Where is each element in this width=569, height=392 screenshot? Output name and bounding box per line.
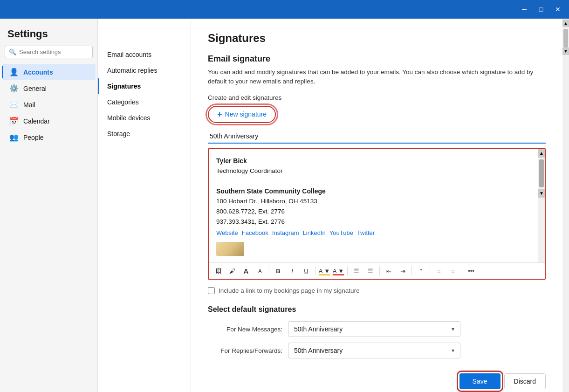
replies-chevron-icon: ▾ <box>452 347 454 354</box>
sidebar-item-mail[interactable]: ✉️ Mail <box>2 96 96 113</box>
sig-link-youtube[interactable]: YouTube <box>329 228 353 238</box>
new-signature-label: New signature <box>225 110 267 118</box>
maximize-button[interactable]: □ <box>534 3 548 16</box>
content-scroll-up-btn[interactable]: ▲ <box>562 20 569 27</box>
sig-company: Southern State Community College <box>216 186 535 196</box>
toolbar-highlight-btn[interactable]: A ▼ <box>318 265 331 277</box>
middle-item-mobile-devices[interactable]: Mobile devices <box>98 110 191 126</box>
general-icon: ⚙️ <box>9 84 19 93</box>
sig-link-instagram[interactable]: Instagram <box>272 228 299 238</box>
sidebar-title: Settings <box>0 24 97 46</box>
sig-link-facebook[interactable]: Facebook <box>242 228 268 238</box>
middle-item-categories[interactable]: Categories <box>98 94 191 110</box>
middle-item-automatic-replies[interactable]: Automatic replies <box>98 62 191 78</box>
sig-link-linkedin[interactable]: LinkedIn <box>303 228 326 238</box>
bookings-checkbox[interactable] <box>208 287 215 294</box>
plus-icon: + <box>217 110 222 119</box>
toolbar-indent-left-btn[interactable]: ⇤ <box>382 265 395 277</box>
content-scroll-thumb[interactable] <box>563 29 568 48</box>
people-icon: 👥 <box>9 133 19 142</box>
accounts-icon: 👤 <box>9 68 19 76</box>
sidebar-item-people[interactable]: 👥 People <box>2 129 96 145</box>
toolbar-sep7 <box>462 266 462 275</box>
signature-editor-content[interactable]: Tyler Bick Technology Coordinator Southe… <box>209 149 545 263</box>
close-button[interactable]: ✕ <box>550 3 565 16</box>
replies-select[interactable]: 50th Anniversary ▾ <box>288 343 460 358</box>
toolbar-format-btn[interactable]: 🖌 <box>226 265 239 277</box>
bookings-row: Include a link to my bookings page in my… <box>208 287 546 294</box>
sig-link-website[interactable]: Website <box>216 228 238 238</box>
page-title: Signatures <box>208 32 546 45</box>
toolbar-more-btn[interactable]: ••• <box>465 265 478 277</box>
sig-name: Tyler Bick <box>216 156 535 166</box>
toolbar-bold-btn[interactable]: B <box>272 265 285 277</box>
scroll-up-btn[interactable]: ▲ <box>538 149 545 158</box>
middle-item-signatures[interactable]: Signatures <box>98 78 191 94</box>
save-button[interactable]: Save <box>459 373 500 389</box>
toolbar-sep1 <box>269 266 269 275</box>
new-signature-button[interactable]: + New signature <box>208 106 276 123</box>
titlebar: ─ □ ✕ <box>0 0 569 19</box>
toolbar-underline-btn[interactable]: U <box>300 265 313 277</box>
sidebar-item-accounts[interactable]: 👤 Accounts <box>2 64 96 80</box>
mail-icon: ✉️ <box>9 100 19 109</box>
toolbar-sep4 <box>379 266 380 275</box>
new-messages-select[interactable]: 50th Anniversary ▾ <box>288 321 460 337</box>
calendar-icon: 📅 <box>9 117 19 125</box>
middle-item-label-storage: Storage <box>107 130 130 138</box>
email-signature-title: Email signature <box>208 54 546 64</box>
create-label: Create and edit signatures <box>208 94 546 101</box>
sig-link-twitter[interactable]: Twitter <box>357 228 375 238</box>
scroll-down-btn[interactable]: ▼ <box>538 189 545 198</box>
toolbar-align-center-btn[interactable]: ≡ <box>446 265 459 277</box>
toolbar-font-large-btn[interactable]: A <box>240 265 253 277</box>
signature-editor-container: Tyler Bick Technology Coordinator Southe… <box>208 148 546 280</box>
toolbar-quote-btn[interactable]: " <box>414 265 427 277</box>
sig-address: 100 Hobart Dr., Hillsboro, OH 45133 <box>216 196 535 206</box>
middle-item-label-automatic-replies: Automatic replies <box>107 67 157 74</box>
toolbar-fontcolor-btn[interactable]: A ▼ <box>332 265 345 277</box>
signature-name-input[interactable] <box>208 130 546 144</box>
editor-scrollbar[interactable]: ▲ ▼ <box>538 149 545 263</box>
search-icon: 🔍 <box>9 48 16 55</box>
sidebar-item-label-calendar: Calendar <box>23 117 50 125</box>
toolbar-bullet-btn[interactable]: ☰ <box>350 265 363 277</box>
scroll-thumb[interactable] <box>539 159 544 187</box>
app-body: Settings 🔍 👤 Accounts ⚙️ General ✉️ Mail… <box>0 19 569 392</box>
sig-phone1: 800.628.7722, Ext. 2776 <box>216 206 535 217</box>
sidebar-item-label-mail: Mail <box>23 101 35 109</box>
default-signatures-title: Select default signatures <box>208 305 546 314</box>
toolbar-sep5 <box>411 266 412 275</box>
middle-item-label-mobile-devices: Mobile devices <box>107 114 151 122</box>
replies-row: For Replies/Forwards: 50th Anniversary ▾ <box>208 343 546 358</box>
toolbar-numbered-btn[interactable]: ☰ <box>364 265 377 277</box>
bookings-label: Include a link to my bookings page in my… <box>219 287 359 294</box>
replies-label: For Replies/Forwards: <box>208 347 282 354</box>
new-messages-label: For New Messages: <box>208 326 282 333</box>
new-messages-chevron-icon: ▾ <box>452 326 454 332</box>
toolbar-align-left-btn[interactable]: ≡ <box>432 265 446 277</box>
footer-buttons: Save Discard <box>208 373 546 392</box>
content-area: Signatures Email signature You can add a… <box>191 19 562 392</box>
sig-links: Website Facebook Instagram LinkedIn YouT… <box>216 228 535 238</box>
discard-button[interactable]: Discard <box>504 373 546 389</box>
sidebar-item-calendar[interactable]: 📅 Calendar <box>2 113 96 129</box>
toolbar-font-small-btn[interactable]: A <box>254 265 267 277</box>
minimize-button[interactable]: ─ <box>517 3 532 16</box>
search-input[interactable] <box>19 48 89 55</box>
middle-item-storage[interactable]: Storage <box>98 126 191 142</box>
sig-title: Technology Coordinator <box>216 166 535 176</box>
new-messages-row: For New Messages: 50th Anniversary ▾ <box>208 321 546 337</box>
sidebar-item-general[interactable]: ⚙️ General <box>2 80 96 96</box>
replies-value: 50th Anniversary <box>294 347 343 354</box>
middle-item-email-accounts[interactable]: Email accounts <box>98 47 191 62</box>
search-box[interactable]: 🔍 <box>5 46 93 58</box>
content-scroll-down-btn[interactable]: ▼ <box>562 48 569 55</box>
middle-item-label-email-accounts: Email accounts <box>107 51 151 58</box>
middle-panel: Email accounts Automatic replies Signatu… <box>98 19 191 392</box>
toolbar-italic-btn[interactable]: I <box>286 265 299 277</box>
content-scrollbar[interactable]: ▲ ▼ <box>562 19 569 392</box>
toolbar-image-btn[interactable]: 🖼 <box>212 265 225 277</box>
toolbar-indent-right-btn[interactable]: ⇥ <box>396 265 409 277</box>
middle-item-label-signatures: Signatures <box>107 83 141 90</box>
